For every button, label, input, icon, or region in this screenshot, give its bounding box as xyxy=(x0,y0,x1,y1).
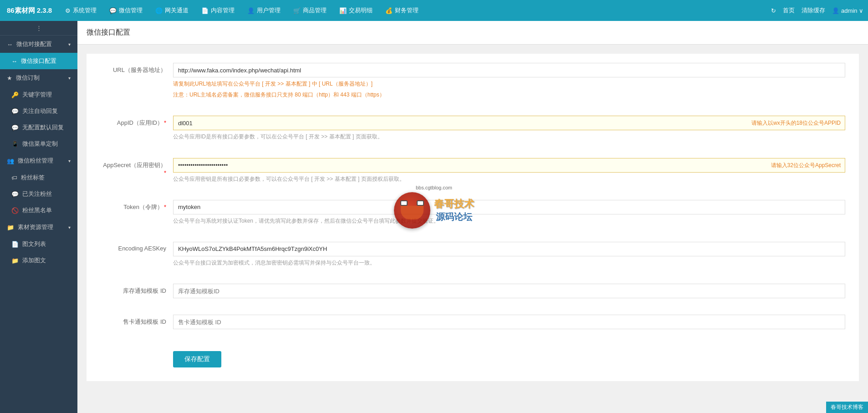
fans-arrow-icon: ▾ xyxy=(68,158,71,163)
user-icon: 👤 xyxy=(832,7,839,14)
custom-arrow-icon: ▾ xyxy=(68,76,71,81)
page-title: 微信接口配置 xyxy=(77,21,868,45)
trade-icon: 📊 xyxy=(339,7,347,14)
nav-wechat[interactable]: 💬 微信管理 xyxy=(103,0,149,21)
nav-gateway-label: 网关通道 xyxy=(165,6,189,15)
aeskey-input[interactable] xyxy=(173,242,845,256)
card-notify-input[interactable] xyxy=(173,315,845,329)
sidebar-item-keyword[interactable]: 🔑 关键字管理 xyxy=(0,87,77,103)
sidebar-item-article-list[interactable]: 📄 图文列表 xyxy=(0,236,77,252)
appid-input[interactable] xyxy=(173,116,845,130)
sidebar-item-fans-follow-label: 已关注粉丝 xyxy=(22,190,52,198)
url-hint1: 请复制此URL地址填写在公众号平台 [ 开发 >> 基本配置 ] 中 [ URL… xyxy=(173,80,845,88)
sidebar-section-connect-label: 微信对接配置 xyxy=(16,40,52,48)
save-row: 保存配置 xyxy=(100,347,845,372)
nav-trade[interactable]: 📊 交易明细 xyxy=(333,0,379,21)
url-row: URL（服务器地址） 请复制此URL地址填写在公众号平台 [ 开发 >> 基本配… xyxy=(100,63,845,107)
connect-arrow-icon: ▾ xyxy=(68,42,71,47)
sidebar-item-menu-custom[interactable]: 📱 微信菜单定制 xyxy=(0,136,77,152)
aeskey-field: 公众号平台接口设置为加密模式，消息加密密钥必需填写并保持与公众号平台一致。 xyxy=(173,242,845,267)
stock-notify-field xyxy=(173,284,845,298)
sidebar: ⋮ ↔ 微信对接配置 ▾ ↔ 微信接口配置 ★ 微信订制 ▾ 🔑 关键字管理 💬… xyxy=(0,21,77,413)
sidebar-item-fans-tag[interactable]: 🏷 粉丝标签 xyxy=(0,169,77,186)
appsecret-input[interactable] xyxy=(173,158,845,173)
stock-notify-input[interactable] xyxy=(173,284,845,298)
appsecret-hint: 公众号应用密钥是所有接口必要参数，可以在公众号平台 [ 开发 >> 基本配置 ]… xyxy=(173,175,845,184)
sidebar-item-default-reply[interactable]: 💬 无配置默认回复 xyxy=(0,119,77,136)
save-button[interactable]: 保存配置 xyxy=(173,351,221,367)
card-notify-field xyxy=(173,315,845,329)
sidebar-item-add-article[interactable]: 📁 添加图文 xyxy=(0,252,77,269)
asset-arrow-icon: ▾ xyxy=(68,225,71,230)
aeskey-row: Encoding AESKey 公众号平台接口设置为加密模式，消息加密密钥必需填… xyxy=(100,242,845,275)
dropdown-icon: ∨ xyxy=(859,7,863,14)
goods-icon: 🛒 xyxy=(293,7,301,14)
default-reply-icon: 💬 xyxy=(11,124,19,131)
appid-label: AppID（应用ID）* xyxy=(100,116,173,127)
url-label: URL（服务器地址） xyxy=(100,63,173,74)
sidebar-item-fans-blacklist-label: 粉丝黑名单 xyxy=(22,206,52,214)
nav-gateway[interactable]: 🌐 网关通道 xyxy=(149,0,195,21)
sidebar-section-asset[interactable]: 📁 素材资源管理 ▾ xyxy=(0,219,77,236)
user-menu[interactable]: 👤 admin ∨ xyxy=(832,7,863,14)
nav-user[interactable]: 👤 用户管理 xyxy=(241,0,287,21)
sidebar-item-add-article-label: 添加图文 xyxy=(22,256,46,265)
nav-goods[interactable]: 🛒 商品管理 xyxy=(287,0,333,21)
sidebar-toggle[interactable]: ⋮ xyxy=(0,21,77,36)
nav-trade-label: 交易明细 xyxy=(349,6,373,15)
system-icon: ⚙ xyxy=(65,7,71,14)
asset-icon: 📁 xyxy=(7,224,14,231)
sidebar-section-wechat-custom[interactable]: ★ 微信订制 ▾ xyxy=(0,69,77,87)
stock-notify-row: 库存通知模板 ID xyxy=(100,284,845,306)
sidebar-item-default-reply-label: 无配置默认回复 xyxy=(22,123,64,132)
sidebar-section-wechat-connect[interactable]: ↔ 微信对接配置 ▾ xyxy=(0,36,77,53)
appid-row: AppID（应用ID）* 请输入以wx开头的18位公众号APPID 公众号应用I… xyxy=(100,116,845,149)
appid-hint: 公众号应用ID是所有接口必要参数，可以在公众号平台 [ 开发 >> 基本配置 ]… xyxy=(173,133,845,141)
home-link[interactable]: 首页 xyxy=(783,6,795,15)
nav-user-label: 用户管理 xyxy=(257,6,281,15)
sidebar-section-fans[interactable]: 👥 微信粉丝管理 ▾ xyxy=(0,152,77,169)
toggle-icon: ⋮ xyxy=(36,25,42,31)
main-content: 微信接口配置 URL（服务器地址） 请复制此URL地址填写在公众号平台 [ 开发… xyxy=(77,21,868,413)
custom-icon: ★ xyxy=(7,75,12,82)
nav-system[interactable]: ⚙ 系统管理 xyxy=(59,0,103,21)
menu-icon: 📱 xyxy=(11,141,19,148)
appid-field: 请输入以wx开头的18位公众号APPID 公众号应用ID是所有接口必要参数，可以… xyxy=(173,116,845,141)
nav-items: ⚙ 系统管理 💬 微信管理 🌐 网关通道 📄 内容管理 👤 用户管理 🛒 商品管… xyxy=(59,0,771,21)
appsecret-label: AppSecret（应用密钥）* xyxy=(100,158,173,176)
sidebar-item-wechat-interface-label: 微信接口配置 xyxy=(21,57,56,65)
bottom-badge: 春哥技术博客 xyxy=(826,402,868,413)
sidebar-item-auto-reply[interactable]: 💬 关注自动回复 xyxy=(0,103,77,119)
nav-content[interactable]: 📄 内容管理 xyxy=(195,0,241,21)
sidebar-item-wechat-interface[interactable]: ↔ 微信接口配置 xyxy=(0,53,77,69)
card-notify-row: 售卡通知模板 ID xyxy=(100,315,845,337)
sidebar-item-auto-reply-label: 关注自动回复 xyxy=(22,107,58,115)
token-input[interactable] xyxy=(173,200,845,214)
appsecret-row: AppSecret（应用密钥）* 请输入32位公众号AppSecret 公众号应… xyxy=(100,158,845,192)
connect-icon: ↔ xyxy=(7,41,13,48)
sidebar-item-article-list-label: 图文列表 xyxy=(22,240,46,248)
fans-tag-icon: 🏷 xyxy=(11,174,17,181)
nav-system-label: 系统管理 xyxy=(73,6,97,15)
appsecret-field: 请输入32位公众号AppSecret 公众号应用密钥是所有接口必要参数，可以在公… xyxy=(173,158,845,184)
nav-finance-label: 财务管理 xyxy=(395,6,419,15)
nav-wechat-label: 微信管理 xyxy=(119,6,143,15)
nav-finance[interactable]: 💰 财务管理 xyxy=(379,0,425,21)
refresh-button[interactable]: ↻ xyxy=(771,7,776,14)
url-input[interactable] xyxy=(173,63,845,77)
user-nav-icon: 👤 xyxy=(247,7,255,14)
layout: ⋮ ↔ 微信对接配置 ▾ ↔ 微信接口配置 ★ 微信订制 ▾ 🔑 关键字管理 💬… xyxy=(0,21,868,413)
add-article-icon: 📁 xyxy=(11,257,19,264)
interface-icon: ↔ xyxy=(11,58,17,65)
sidebar-item-fans-blacklist[interactable]: 🚫 粉丝黑名单 xyxy=(0,202,77,219)
token-field: 公众号平台与系统对接认证Token，请优先填写此参数并保存，然后在微信公众号平台… xyxy=(173,200,845,225)
card-notify-label: 售卡通知模板 ID xyxy=(100,315,173,326)
token-label: Token（令牌）* xyxy=(100,200,173,211)
keyword-icon: 🔑 xyxy=(11,92,19,98)
url-hint2: 注意：URL主域名必需备案，微信服务接口只支持 80 端口（http）和 443… xyxy=(173,91,845,99)
sidebar-item-fans-follow[interactable]: 💬 已关注粉丝 xyxy=(0,186,77,202)
token-row: Token（令牌）* 公众号平台与系统对接认证Token，请优先填写此参数并保存… xyxy=(100,200,845,234)
clear-cache-button[interactable]: 清除缓存 xyxy=(802,6,825,15)
url-field: 请复制此URL地址填写在公众号平台 [ 开发 >> 基本配置 ] 中 [ URL… xyxy=(173,63,845,99)
appsecret-hint-right: 请输入32位公众号AppSecret xyxy=(771,161,841,169)
